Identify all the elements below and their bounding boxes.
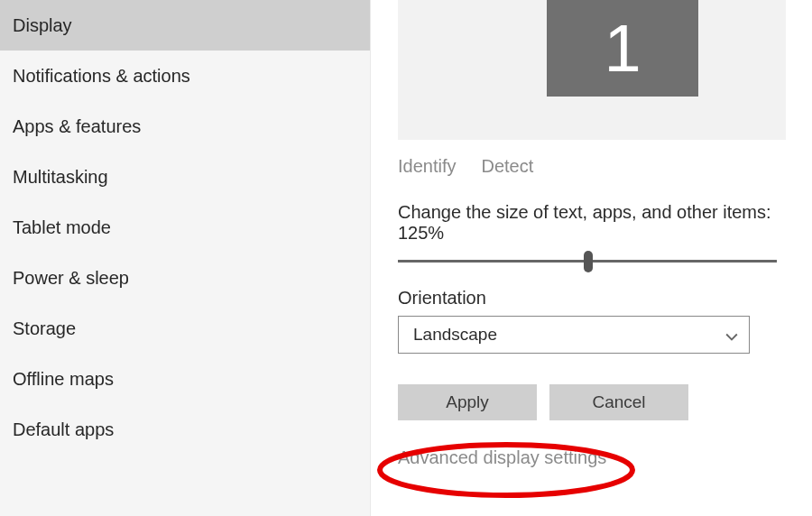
settings-sidebar: DisplayNotifications & actionsApps & fea… — [0, 0, 371, 516]
sidebar-item-label: Apps & features — [13, 116, 141, 137]
sidebar-item-offline-maps[interactable]: Offline maps — [0, 354, 370, 404]
display-settings-panel: 1 Identify Detect Change the size of tex… — [371, 0, 812, 516]
sidebar-item-storage[interactable]: Storage — [0, 303, 370, 354]
sidebar-item-label: Default apps — [13, 419, 114, 440]
orientation-label: Orientation — [398, 288, 812, 309]
sidebar-item-power-sleep[interactable]: Power & sleep — [0, 253, 370, 303]
scaling-slider[interactable] — [398, 260, 777, 263]
sidebar-item-tablet-mode[interactable]: Tablet mode — [0, 202, 370, 253]
sidebar-item-label: Display — [13, 15, 72, 36]
scaling-label: Change the size of text, apps, and other… — [398, 202, 812, 244]
apply-button[interactable]: Apply — [398, 384, 537, 420]
sidebar-item-label: Storage — [13, 318, 76, 339]
sidebar-item-label: Notifications & actions — [13, 66, 190, 87]
sidebar-item-label: Tablet mode — [13, 217, 111, 238]
sidebar-item-notifications[interactable]: Notifications & actions — [0, 51, 370, 101]
orientation-select[interactable]: Landscape — [398, 316, 750, 354]
cancel-button-label: Cancel — [592, 392, 645, 412]
cancel-button[interactable]: Cancel — [549, 384, 688, 420]
chevron-down-icon — [725, 328, 738, 341]
apply-button-label: Apply — [446, 392, 489, 412]
monitor-tile-1[interactable]: 1 — [547, 0, 698, 97]
advanced-display-settings-link[interactable]: Advanced display settings — [398, 447, 606, 468]
orientation-value: Landscape — [413, 325, 497, 345]
detect-link[interactable]: Detect — [481, 156, 533, 177]
sidebar-item-label: Offline maps — [13, 369, 114, 390]
slider-thumb[interactable] — [584, 251, 593, 272]
sidebar-item-default-apps[interactable]: Default apps — [0, 404, 370, 455]
identify-link[interactable]: Identify — [398, 156, 456, 177]
sidebar-item-label: Multitasking — [13, 167, 108, 188]
monitor-number: 1 — [604, 10, 641, 87]
sidebar-item-label: Power & sleep — [13, 268, 129, 289]
monitor-arrange-area[interactable]: 1 — [398, 0, 786, 140]
sidebar-item-multitasking[interactable]: Multitasking — [0, 152, 370, 202]
sidebar-item-apps-features[interactable]: Apps & features — [0, 101, 370, 152]
sidebar-item-display[interactable]: Display — [0, 0, 370, 51]
